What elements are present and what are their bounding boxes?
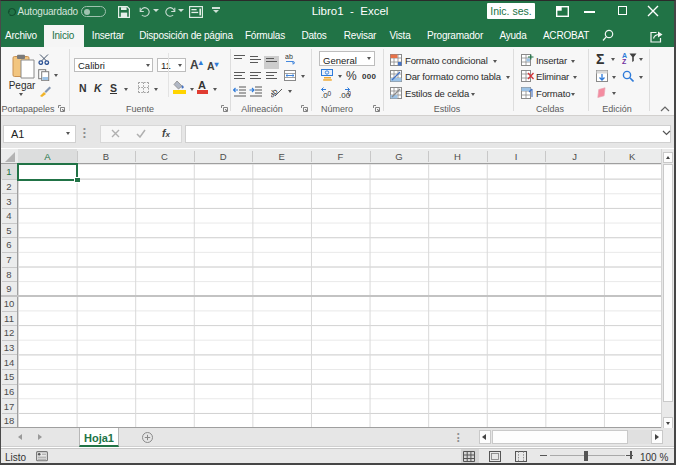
svg-text:ab: ab (285, 53, 293, 60)
svg-text:0: 0 (328, 90, 332, 97)
svg-text:0: 0 (348, 90, 352, 97)
